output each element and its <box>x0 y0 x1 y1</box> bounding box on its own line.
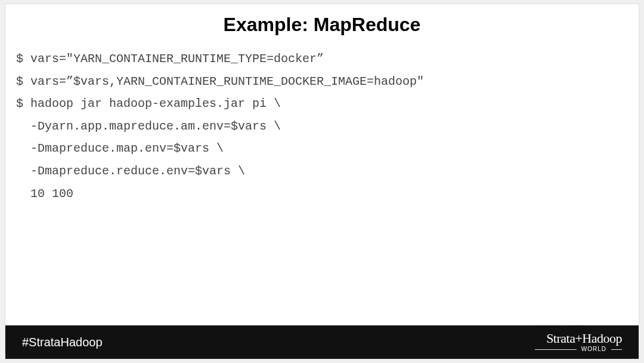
code-line-2: $ vars=”$vars,YARN_CONTAINER_RUNTIME_DOC… <box>16 70 628 93</box>
code-line-5: -Dmapreduce.map.env=$vars \ <box>16 137 628 160</box>
code-line-3: $ hadoop jar hadoop-examples.jar pi \ <box>16 93 628 115</box>
footer-hashtag: #StrataHadoop <box>22 336 103 349</box>
logo-line-left <box>535 349 577 350</box>
code-line-1: $ vars="YARN_CONTAINER_RUNTIME_TYPE=dock… <box>16 48 628 70</box>
code-line-7: 10 100 <box>16 183 628 205</box>
footer: #StrataHadoop Strata+Hadoop WORLD <box>5 325 639 359</box>
slide-title: Example: MapReduce <box>5 4 639 43</box>
footer-logo-area: Strata+Hadoop WORLD <box>535 332 622 352</box>
code-line-6: -Dmapreduce.reduce.env=$vars \ <box>16 160 628 183</box>
logo-sub-row: WORLD <box>535 346 622 352</box>
strata-hadoop-logo: Strata+Hadoop WORLD <box>535 332 622 352</box>
logo-sub: WORLD <box>581 346 606 352</box>
code-block: $ vars="YARN_CONTAINER_RUNTIME_TYPE=dock… <box>5 43 639 210</box>
logo-main: Strata+Hadoop <box>546 332 622 345</box>
logo-line-right <box>611 349 622 350</box>
slide: Example: MapReduce $ vars="YARN_CONTAINE… <box>5 4 639 359</box>
code-line-4: -Dyarn.app.mapreduce.am.env=$vars \ <box>16 115 628 138</box>
